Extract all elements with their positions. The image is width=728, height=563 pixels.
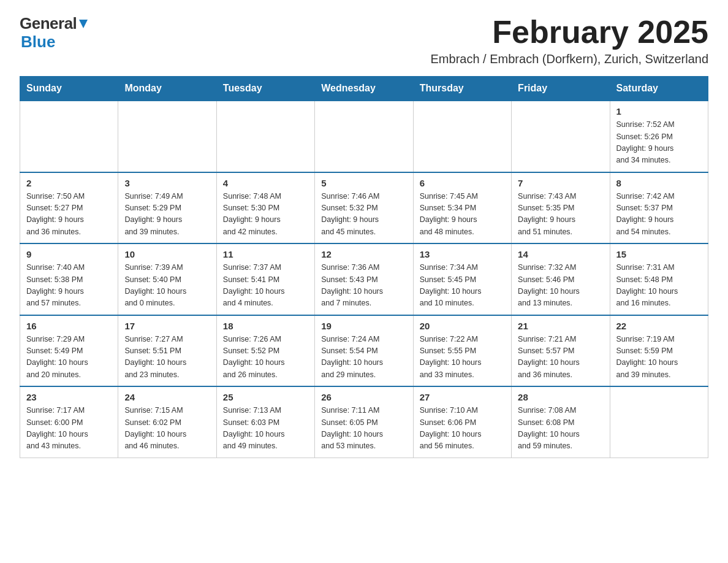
day-number: 10 [124, 249, 210, 259]
page-header: General Blue February 2025 Embrach / Emb… [20, 15, 708, 66]
calendar-day-cell: 28Sunrise: 7:08 AMSunset: 6:08 PMDayligh… [512, 386, 610, 458]
day-number: 28 [518, 392, 603, 402]
calendar-day-cell [315, 101, 413, 172]
day-info: Sunrise: 7:15 AMSunset: 6:02 PMDaylight:… [124, 405, 210, 453]
calendar-day-cell: 9Sunrise: 7:40 AMSunset: 5:38 PMDaylight… [20, 243, 118, 315]
calendar-day-cell: 16Sunrise: 7:29 AMSunset: 5:49 PMDayligh… [20, 315, 118, 387]
calendar-day-cell: 3Sunrise: 7:49 AMSunset: 5:29 PMDaylight… [118, 172, 216, 244]
calendar-header: SundayMondayTuesdayWednesdayThursdayFrid… [20, 77, 708, 101]
day-number: 3 [124, 178, 210, 188]
day-of-week-header: Wednesday [315, 77, 413, 101]
calendar-day-cell: 5Sunrise: 7:46 AMSunset: 5:32 PMDaylight… [315, 172, 413, 244]
calendar-day-cell: 14Sunrise: 7:32 AMSunset: 5:46 PMDayligh… [512, 243, 610, 315]
calendar-day-cell: 11Sunrise: 7:37 AMSunset: 5:41 PMDayligh… [216, 243, 314, 315]
calendar-day-cell [413, 101, 511, 172]
day-number: 5 [321, 178, 406, 188]
svg-marker-0 [79, 20, 88, 28]
day-info: Sunrise: 7:31 AMSunset: 5:48 PMDaylight:… [616, 262, 702, 310]
day-number: 19 [321, 321, 406, 331]
calendar-day-cell: 7Sunrise: 7:43 AMSunset: 5:35 PMDaylight… [512, 172, 610, 244]
calendar-day-cell: 1Sunrise: 7:52 AMSunset: 5:26 PMDaylight… [610, 101, 708, 172]
day-number: 23 [26, 392, 112, 402]
calendar-day-cell: 2Sunrise: 7:50 AMSunset: 5:27 PMDaylight… [20, 172, 118, 244]
day-number: 16 [26, 321, 112, 331]
calendar-table: SundayMondayTuesdayWednesdayThursdayFrid… [20, 76, 708, 458]
calendar-week-row: 1Sunrise: 7:52 AMSunset: 5:26 PMDaylight… [20, 101, 708, 172]
day-number: 6 [420, 178, 505, 188]
day-info: Sunrise: 7:22 AMSunset: 5:55 PMDaylight:… [420, 334, 505, 381]
logo-general-text: General [20, 15, 77, 33]
day-info: Sunrise: 7:50 AMSunset: 5:27 PMDaylight:… [26, 191, 112, 239]
day-info: Sunrise: 7:45 AMSunset: 5:34 PMDaylight:… [420, 191, 505, 239]
day-number: 2 [26, 178, 112, 188]
days-of-week-row: SundayMondayTuesdayWednesdayThursdayFrid… [20, 77, 708, 101]
calendar-day-cell: 22Sunrise: 7:19 AMSunset: 5:59 PMDayligh… [610, 315, 708, 387]
day-info: Sunrise: 7:40 AMSunset: 5:38 PMDaylight:… [26, 262, 112, 310]
title-block: February 2025 Embrach / Embrach (Dorfker… [431, 15, 708, 66]
day-of-week-header: Friday [512, 77, 610, 101]
calendar-day-cell: 12Sunrise: 7:36 AMSunset: 5:43 PMDayligh… [315, 243, 413, 315]
day-number: 26 [321, 392, 406, 402]
day-of-week-header: Saturday [610, 77, 708, 101]
calendar-day-cell [610, 386, 708, 458]
page-title: February 2025 [431, 15, 708, 50]
calendar-week-row: 23Sunrise: 7:17 AMSunset: 6:00 PMDayligh… [20, 386, 708, 458]
calendar-day-cell: 13Sunrise: 7:34 AMSunset: 5:45 PMDayligh… [413, 243, 511, 315]
calendar-day-cell: 24Sunrise: 7:15 AMSunset: 6:02 PMDayligh… [118, 386, 216, 458]
day-info: Sunrise: 7:37 AMSunset: 5:41 PMDaylight:… [223, 262, 308, 310]
day-info: Sunrise: 7:46 AMSunset: 5:32 PMDaylight:… [321, 191, 406, 239]
calendar-day-cell: 26Sunrise: 7:11 AMSunset: 6:05 PMDayligh… [315, 386, 413, 458]
day-info: Sunrise: 7:49 AMSunset: 5:29 PMDaylight:… [124, 191, 210, 239]
day-info: Sunrise: 7:08 AMSunset: 6:08 PMDaylight:… [518, 405, 603, 453]
calendar-day-cell: 17Sunrise: 7:27 AMSunset: 5:51 PMDayligh… [118, 315, 216, 387]
day-number: 7 [518, 178, 603, 188]
calendar-day-cell: 18Sunrise: 7:26 AMSunset: 5:52 PMDayligh… [216, 315, 314, 387]
calendar-day-cell: 15Sunrise: 7:31 AMSunset: 5:48 PMDayligh… [610, 243, 708, 315]
day-info: Sunrise: 7:19 AMSunset: 5:59 PMDaylight:… [616, 334, 702, 381]
calendar-day-cell [20, 101, 118, 172]
day-of-week-header: Monday [118, 77, 216, 101]
calendar-day-cell: 27Sunrise: 7:10 AMSunset: 6:06 PMDayligh… [413, 386, 511, 458]
calendar-day-cell: 23Sunrise: 7:17 AMSunset: 6:00 PMDayligh… [20, 386, 118, 458]
day-of-week-header: Tuesday [216, 77, 314, 101]
calendar-day-cell: 21Sunrise: 7:21 AMSunset: 5:57 PMDayligh… [512, 315, 610, 387]
day-number: 15 [616, 249, 702, 259]
day-number: 1 [616, 106, 702, 117]
logo-blue-text: Blue [21, 33, 55, 52]
day-number: 27 [420, 392, 505, 402]
calendar-day-cell: 6Sunrise: 7:45 AMSunset: 5:34 PMDaylight… [413, 172, 511, 244]
calendar-day-cell: 20Sunrise: 7:22 AMSunset: 5:55 PMDayligh… [413, 315, 511, 387]
calendar-day-cell [512, 101, 610, 172]
day-number: 9 [26, 249, 112, 259]
day-info: Sunrise: 7:29 AMSunset: 5:49 PMDaylight:… [26, 334, 112, 381]
calendar-day-cell [118, 101, 216, 172]
day-number: 24 [124, 392, 210, 402]
calendar-week-row: 2Sunrise: 7:50 AMSunset: 5:27 PMDaylight… [20, 172, 708, 244]
day-number: 21 [518, 321, 603, 331]
day-of-week-header: Thursday [413, 77, 511, 101]
calendar-day-cell: 4Sunrise: 7:48 AMSunset: 5:30 PMDaylight… [216, 172, 314, 244]
day-number: 4 [223, 178, 308, 188]
day-info: Sunrise: 7:32 AMSunset: 5:46 PMDaylight:… [518, 262, 603, 310]
page-subtitle: Embrach / Embrach (Dorfkern), Zurich, Sw… [431, 52, 708, 66]
day-of-week-header: Sunday [20, 77, 118, 101]
logo: General Blue [20, 15, 89, 52]
logo-arrow-icon [78, 18, 89, 29]
calendar-day-cell: 25Sunrise: 7:13 AMSunset: 6:03 PMDayligh… [216, 386, 314, 458]
calendar-day-cell [216, 101, 314, 172]
calendar-day-cell: 10Sunrise: 7:39 AMSunset: 5:40 PMDayligh… [118, 243, 216, 315]
day-number: 14 [518, 249, 603, 259]
day-number: 13 [420, 249, 505, 259]
day-info: Sunrise: 7:42 AMSunset: 5:37 PMDaylight:… [616, 191, 702, 239]
day-number: 11 [223, 249, 308, 259]
calendar-day-cell: 8Sunrise: 7:42 AMSunset: 5:37 PMDaylight… [610, 172, 708, 244]
calendar-week-row: 16Sunrise: 7:29 AMSunset: 5:49 PMDayligh… [20, 315, 708, 387]
calendar-day-cell: 19Sunrise: 7:24 AMSunset: 5:54 PMDayligh… [315, 315, 413, 387]
day-number: 22 [616, 321, 702, 331]
day-info: Sunrise: 7:17 AMSunset: 6:00 PMDaylight:… [26, 405, 112, 453]
day-info: Sunrise: 7:27 AMSunset: 5:51 PMDaylight:… [124, 334, 210, 381]
day-number: 20 [420, 321, 505, 331]
day-info: Sunrise: 7:39 AMSunset: 5:40 PMDaylight:… [124, 262, 210, 310]
day-info: Sunrise: 7:11 AMSunset: 6:05 PMDaylight:… [321, 405, 406, 453]
day-number: 8 [616, 178, 702, 188]
